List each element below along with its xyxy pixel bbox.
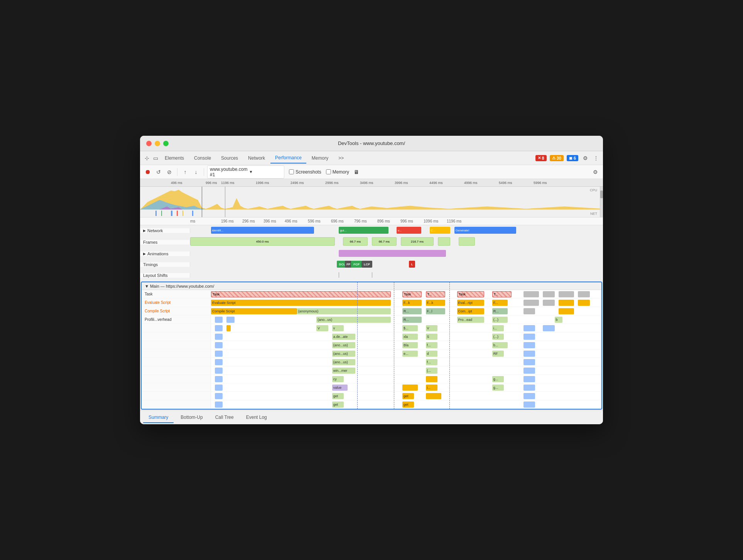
fb5-xla[interactable]: xla — [402, 334, 418, 340]
fb8-blue-2[interactable] — [523, 359, 535, 365]
fb6-bla[interactable]: Bla — [402, 342, 418, 348]
fb6-anous-1[interactable]: (ano...us) — [332, 342, 356, 348]
network-block-identifi[interactable]: identifi... — [211, 227, 314, 234]
eval-script-block-main[interactable]: Evaluate Script — [211, 300, 391, 306]
url-selector[interactable]: www.youtube.com #1 ▼ — [207, 165, 284, 179]
eval-script-block-2[interactable]: F...k — [402, 300, 422, 306]
network-block-generate[interactable]: Generate! — [454, 227, 517, 234]
profiling-blue-2[interactable] — [226, 317, 234, 323]
fb10-blue-2[interactable] — [523, 376, 535, 382]
fb13-blue-1[interactable] — [215, 401, 223, 408]
fb11-value[interactable]: value — [332, 385, 348, 391]
fb10-g1[interactable]: g... — [492, 376, 504, 382]
fb4-blue-3[interactable] — [543, 325, 554, 331]
fb8-blue-1[interactable] — [215, 359, 223, 365]
fb12-get-2[interactable]: get — [402, 393, 414, 399]
fb13-get-2[interactable]: get — [402, 401, 414, 408]
fb5-blue-2[interactable] — [523, 334, 535, 340]
eval-script-yellow-1[interactable] — [559, 300, 574, 306]
fb5-blue-1[interactable] — [215, 334, 223, 340]
fb4-V2[interactable]: V — [426, 325, 437, 331]
profiling-dots[interactable]: (...) — [492, 317, 508, 323]
memory-checkbox[interactable] — [326, 169, 331, 174]
fb8-anous-3[interactable]: (ano...us) — [332, 359, 356, 365]
task-block-2[interactable]: Task — [402, 291, 422, 297]
fb4-dollar[interactable]: $... — [402, 325, 418, 331]
fb4-V[interactable]: V — [316, 325, 328, 331]
compile-comipt[interactable]: Com...ipt — [457, 308, 485, 314]
compile-anonymous[interactable]: (anonymous) — [297, 308, 391, 314]
fb9-winmer[interactable]: win...mer — [332, 368, 356, 374]
fb7-anous-2[interactable]: (ano...us) — [332, 351, 356, 357]
fb5-adeate[interactable]: a.de...ate — [332, 334, 356, 340]
fb8-f[interactable]: f... — [426, 359, 437, 365]
tab-elements[interactable]: Elements — [160, 153, 189, 163]
memory-icon[interactable]: 🖥 — [354, 169, 359, 175]
bottom-tab-call-tree[interactable]: Call Tree — [210, 412, 239, 423]
fb12-get-1[interactable]: get — [332, 393, 344, 399]
frame-block-66-2[interactable]: 66.7 ms — [372, 237, 397, 246]
tab-console[interactable]: Console — [189, 153, 216, 163]
close-button[interactable] — [146, 141, 152, 146]
fb9-blue-1[interactable] — [215, 368, 223, 374]
fb12-blue-1[interactable] — [215, 393, 223, 399]
frame-block-216[interactable]: 216.7 ms — [401, 237, 434, 246]
tab-more[interactable]: >> — [334, 153, 348, 163]
fb4-i[interactable]: i... — [492, 325, 504, 331]
compile-script-block-main[interactable]: Compile Script — [211, 308, 297, 314]
frame-block-small-2[interactable] — [459, 237, 475, 246]
fb12-yellow-1[interactable] — [426, 393, 441, 399]
more-options-icon[interactable]: ⋮ — [592, 154, 600, 162]
fb10-cy[interactable]: cy — [332, 376, 344, 382]
fb13-get-1[interactable]: get — [332, 401, 344, 408]
warning-count-badge[interactable]: ⚠ 30 — [550, 155, 564, 161]
animations-expand-icon[interactable]: ▶ — [143, 252, 146, 256]
record-button[interactable]: ⏺ — [143, 167, 152, 177]
animations-track-label[interactable]: ▶ Animations — [140, 251, 190, 256]
eval-script-block-5[interactable]: F... — [492, 300, 508, 306]
bottom-tab-event-log[interactable]: Event Log — [241, 412, 272, 423]
compile-grey-1[interactable] — [523, 308, 535, 314]
compile-fl[interactable]: F...l — [426, 308, 446, 314]
bottom-tab-bottom-up[interactable]: Bottom-Up — [175, 412, 208, 423]
scrollbar-thumb[interactable] — [600, 191, 603, 198]
gear-icon[interactable]: ⚙ — [591, 167, 600, 177]
network-block-c[interactable]: C... — [430, 227, 451, 234]
fb4-blue-1[interactable] — [215, 325, 223, 331]
fb4-v[interactable]: v — [332, 325, 344, 331]
tab-performance[interactable]: Performance — [270, 153, 306, 164]
task-block-grey-1[interactable] — [523, 291, 539, 297]
profiling-anous[interactable]: (ano...us) — [316, 317, 390, 323]
inspect-icon[interactable]: ⊹ — [143, 154, 151, 162]
fb11-blue-1[interactable] — [215, 385, 223, 391]
eval-script-grey-2[interactable] — [543, 300, 554, 306]
eval-script-grey-1[interactable] — [523, 300, 539, 306]
fb12-blue-2[interactable] — [523, 393, 535, 399]
compile-r-2[interactable]: R... — [492, 308, 508, 314]
fb13-blue-2[interactable] — [523, 401, 535, 408]
task-block-grey-2[interactable] — [543, 291, 554, 297]
fb7-RF[interactable]: RF — [492, 351, 504, 357]
fb5-dots[interactable]: (...) — [492, 334, 504, 340]
fb7-e[interactable]: e... — [402, 351, 418, 357]
compile-yellow-1[interactable] — [559, 308, 574, 314]
fb9-blue-2[interactable] — [523, 368, 535, 374]
fb4-blue-2[interactable] — [523, 325, 535, 331]
frame-block-small-1[interactable] — [438, 237, 450, 246]
task-block-4[interactable]: Task — [457, 291, 485, 297]
info-count-badge[interactable]: ▣ 6 — [567, 155, 578, 161]
memory-checkbox-label[interactable]: Memory — [326, 169, 349, 175]
device-icon[interactable]: ▭ — [152, 154, 159, 162]
fb6-b[interactable]: b... — [492, 342, 508, 348]
frame-block-450[interactable]: 450.0 ms — [190, 237, 335, 246]
compile-r-1[interactable]: R... — [402, 308, 422, 314]
network-block-gui[interactable]: gui... — [339, 227, 388, 234]
fb7-blue-2[interactable] — [523, 351, 535, 357]
fb7-d[interactable]: d — [426, 351, 437, 357]
fb11-blue-2[interactable] — [523, 385, 535, 391]
clear-button[interactable]: ⊘ — [165, 167, 174, 177]
tab-sources[interactable]: Sources — [216, 153, 243, 163]
tab-network[interactable]: Network — [243, 153, 270, 163]
tab-memory[interactable]: Memory — [307, 153, 333, 163]
reload-button[interactable]: ↺ — [154, 167, 163, 177]
